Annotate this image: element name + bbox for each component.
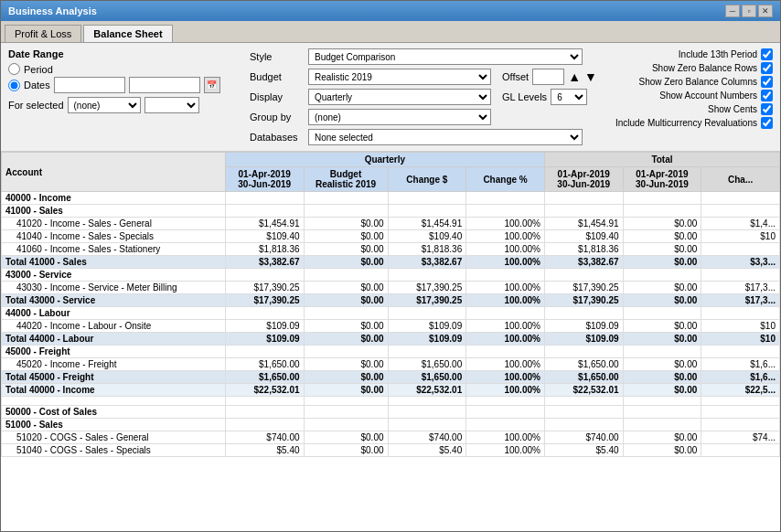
- table-row: 40000 - Income: [2, 192, 780, 205]
- account-cell: Total 44000 - Labour: [2, 333, 226, 346]
- value-cell: $10: [701, 333, 780, 346]
- databases-dropdown[interactable]: None selected: [308, 129, 583, 145]
- multicurrency-checkbox[interactable]: [761, 117, 773, 129]
- value-cell: $1,454.91: [544, 218, 623, 230]
- date-to-input[interactable]: 30/06/2019: [129, 77, 200, 93]
- value-cell: [466, 406, 545, 419]
- table-row: 44020 - Income - Labour - Onsite$109.09$…: [2, 320, 780, 333]
- value-cell: 100.00%: [466, 218, 545, 230]
- value-cell: 100.00%: [466, 358, 545, 371]
- value-cell: [304, 205, 388, 218]
- value-cell: [466, 205, 545, 218]
- value-cell: [304, 269, 388, 282]
- for-selected-dropdown[interactable]: (none): [68, 97, 141, 113]
- value-cell: $109.40: [388, 230, 466, 243]
- restore-button[interactable]: ▫: [742, 5, 756, 17]
- display-label: Display: [250, 91, 305, 102]
- account-cell: 45000 - Freight: [2, 346, 226, 358]
- gl-levels-dropdown[interactable]: 6: [551, 89, 587, 105]
- value-cell: $1,454.91: [225, 218, 304, 230]
- show-cents-row: Show Cents: [608, 103, 773, 115]
- account-numbers-checkbox[interactable]: [761, 90, 773, 101]
- value-cell: $109.40: [544, 230, 623, 243]
- account-cell: 40000 - Income: [2, 192, 226, 205]
- dates-radio[interactable]: [8, 80, 20, 91]
- window-controls: ─ ▫ ✕: [725, 5, 773, 17]
- account-cell: Total 41000 - Sales: [2, 256, 226, 269]
- col-change-pct: Change %: [466, 167, 545, 192]
- offset-up[interactable]: ▲: [568, 69, 581, 84]
- group-by-dropdown[interactable]: (none): [308, 109, 491, 125]
- calendar-button[interactable]: 📅: [204, 77, 220, 93]
- table-row: 44000 - Labour: [2, 307, 780, 320]
- date-from-input[interactable]: 01/04/2019: [54, 77, 125, 93]
- data-table-container[interactable]: Account Quarterly Total 01-Apr-201930-Ju…: [1, 152, 780, 531]
- style-dropdown[interactable]: Budget Comparison: [308, 48, 583, 65]
- budget-dropdown[interactable]: Realistic 2019: [308, 69, 491, 85]
- quarterly-section-header: Quarterly: [225, 153, 544, 167]
- value-cell: $1,650.00: [225, 358, 304, 371]
- show-cents-checkbox[interactable]: [761, 103, 773, 115]
- offset-input[interactable]: 0: [532, 69, 564, 85]
- value-cell: [623, 307, 701, 320]
- show-cents-label: Show Cents: [708, 104, 757, 114]
- value-cell: [388, 419, 466, 431]
- account-header: Account: [2, 153, 226, 192]
- table-row: 51040 - COGS - Sales - Specials$5.40$0.0…: [2, 444, 780, 457]
- value-cell: [304, 307, 388, 320]
- style-row: Style Budget Comparison: [250, 48, 604, 65]
- data-table: Account Quarterly Total 01-Apr-201930-Ju…: [1, 152, 780, 457]
- value-cell: $74...: [701, 431, 780, 444]
- value-cell: [701, 307, 780, 320]
- period-radio[interactable]: [8, 63, 20, 75]
- display-dropdown[interactable]: Quarterly: [308, 89, 491, 105]
- value-cell: $0.00: [623, 256, 701, 269]
- value-cell: $22,5...: [701, 384, 780, 397]
- offset-down[interactable]: ▼: [584, 69, 597, 84]
- value-cell: 100.00%: [466, 384, 545, 397]
- value-cell: $0.00: [623, 358, 701, 371]
- minimize-button[interactable]: ─: [725, 5, 740, 17]
- table-row: 41000 - Sales: [2, 205, 780, 218]
- tab-profit-loss[interactable]: Profit & Loss: [5, 25, 81, 42]
- include-13th-checkbox[interactable]: [761, 48, 773, 60]
- for-selected-secondary[interactable]: [144, 97, 199, 113]
- value-cell: [701, 243, 780, 256]
- zero-balance-cols-checkbox[interactable]: [761, 76, 773, 88]
- value-cell: [466, 269, 545, 282]
- databases-label: Databases: [250, 132, 305, 143]
- value-cell: [623, 192, 701, 205]
- for-selected-label: For selected: [8, 100, 64, 111]
- value-cell: $17,390.25: [225, 282, 304, 294]
- table-row: 51020 - COGS - Sales - General$740.00$0.…: [2, 431, 780, 444]
- col-total-1: 01-Apr-201930-Jun-2019: [544, 167, 623, 192]
- value-cell: $0.00: [304, 371, 388, 384]
- radio-group: Period Dates 01/04/2019 30/06/2019 📅: [8, 63, 246, 93]
- value-cell: $0.00: [304, 243, 388, 256]
- account-cell: 41000 - Sales: [2, 205, 226, 218]
- close-button[interactable]: ✕: [758, 5, 773, 17]
- value-cell: [544, 205, 623, 218]
- value-cell: [225, 205, 304, 218]
- tab-balance-sheet[interactable]: Balance Sheet: [83, 25, 172, 42]
- value-cell: [304, 346, 388, 358]
- value-cell: $109.40: [225, 230, 304, 243]
- value-cell: 100.00%: [466, 444, 545, 457]
- gl-levels-label: GL Levels: [502, 91, 547, 102]
- zero-balance-rows-checkbox[interactable]: [761, 62, 773, 74]
- value-cell: $1,650.00: [544, 358, 623, 371]
- account-cell: 51040 - COGS - Sales - Specials: [2, 444, 226, 457]
- zero-balance-cols-row: Show Zero Balance Columns: [608, 76, 773, 88]
- databases-row: Databases None selected: [250, 129, 604, 145]
- value-cell: $1,650.00: [544, 371, 623, 384]
- value-cell: $0.00: [304, 320, 388, 333]
- table-row: Total 43000 - Service$17,390.25$0.00$17,…: [2, 294, 780, 307]
- value-cell: $5.40: [225, 444, 304, 457]
- value-cell: $1,4...: [701, 218, 780, 230]
- value-cell: $10: [701, 230, 780, 243]
- table-row: Total 41000 - Sales$3,382.67$0.00$3,382.…: [2, 256, 780, 269]
- date-range-section: Date Range Period Dates 01/04/2019 30/06…: [8, 48, 246, 145]
- table-row: 43000 - Service: [2, 269, 780, 282]
- table-row: Total 44000 - Labour$109.09$0.00$109.091…: [2, 333, 780, 346]
- value-cell: $0.00: [304, 256, 388, 269]
